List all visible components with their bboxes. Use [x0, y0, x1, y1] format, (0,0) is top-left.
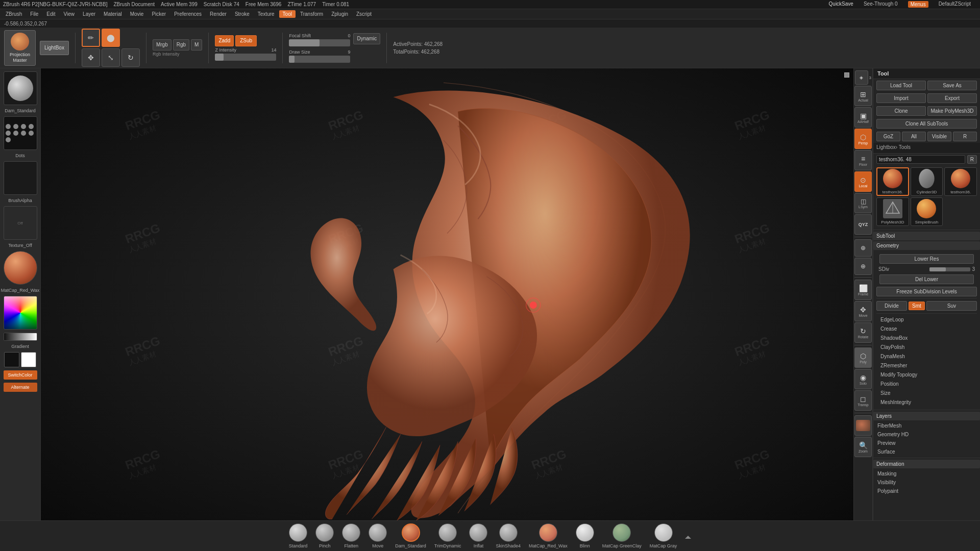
texture-preview[interactable]: Off [4, 206, 37, 240]
suv-btn[interactable]: Suv [926, 301, 977, 311]
menu-picker[interactable]: Picker [148, 10, 169, 18]
aahalf-btn[interactable]: ▣ AAHalf [854, 107, 872, 128]
tool-name-input[interactable] [876, 155, 965, 164]
projection-master-btn[interactable]: ProjectionMaster [4, 30, 36, 66]
freeze-subdiv-btn[interactable]: Freeze SubDivision Levels [876, 287, 977, 296]
menu-texture[interactable]: Texture [254, 10, 278, 18]
bottom-tool-flatten[interactable]: Flatten [342, 523, 360, 548]
focal-shift-slider[interactable] [289, 39, 350, 46]
bottom-tool-blinn[interactable]: Blinn [576, 523, 594, 548]
zoom-btn[interactable]: 🔍 Zoom [854, 437, 872, 457]
scale-btn[interactable]: ⤡ [102, 48, 120, 67]
bottom-tool-standard[interactable]: Standard [289, 523, 308, 548]
menu-preferences[interactable]: Preferences [170, 10, 205, 18]
surface-item[interactable]: Surface [873, 447, 980, 456]
model-viewport[interactable] [41, 68, 853, 520]
clone-btn[interactable]: Clone [876, 106, 926, 116]
save-as-btn[interactable]: Save As [927, 81, 977, 90]
bottom-tool-dam-standard[interactable]: Dam_Standard [395, 523, 426, 548]
bottom-tool-matcap-gray[interactable]: MatCap Gray [650, 523, 677, 548]
quicksave-btn[interactable]: QuickSave [829, 1, 853, 8]
canvas-area[interactable]: RRCG人人素材 RRCG人人素材 RRCG人人素材 RRCG人人素材 RRCG… [41, 68, 853, 520]
draw-size-slider[interactable] [289, 56, 350, 63]
geometry-header[interactable]: Geometry [873, 241, 980, 250]
zadd-btn[interactable]: Zadd [215, 35, 234, 46]
solo-btn[interactable]: ◉ Solo [854, 369, 872, 389]
bottom-tool-trimdynamic[interactable]: TrimDynamic [434, 523, 461, 548]
switch-color-btn[interactable]: SwitchColor [4, 370, 37, 380]
dynamic-btn[interactable]: Dynamic [353, 33, 380, 44]
shadowbox-item[interactable]: ShadowBox [876, 334, 977, 342]
crease-item[interactable]: Crease [876, 324, 977, 333]
meshintegrity-item[interactable]: MeshIntegrity [876, 398, 977, 407]
load-tool-btn[interactable]: Load Tool [876, 81, 926, 90]
menus-btn[interactable]: Menus [908, 1, 928, 8]
menu-view[interactable]: View [60, 10, 79, 18]
brush-preview[interactable] [4, 71, 37, 105]
sym-btn[interactable]: ◫ LSym [854, 193, 872, 213]
deformation-header[interactable]: Deformation [873, 460, 980, 468]
subtool-header[interactable]: SubTool [873, 232, 980, 240]
rgb-btn[interactable]: Rgb [173, 39, 189, 51]
menu-edit[interactable]: Edit [43, 10, 59, 18]
canvas-handle[interactable] [844, 72, 849, 78]
actual-btn[interactable]: ⊞ Actual [854, 86, 872, 106]
lightbox-btn[interactable]: LightBox [40, 41, 69, 55]
bottom-tool-pinch[interactable]: Pinch [315, 523, 334, 548]
default-zscript-btn[interactable]: DefaultZScript [939, 1, 971, 8]
visible-btn[interactable]: Visible [927, 132, 951, 141]
move-btn[interactable]: ✥ [82, 48, 100, 67]
menu-zplugin[interactable]: Zplugin [328, 10, 352, 18]
qyz-btn[interactable]: QYZ [854, 214, 872, 235]
alternate-btn[interactable]: Alternate [4, 383, 37, 392]
edgeloop-item[interactable]: EdgeLoop [876, 315, 977, 324]
see-through-btn[interactable]: See-Through 0 [864, 1, 898, 8]
fibermesh-item[interactable]: FiberMesh [873, 421, 980, 430]
size-item[interactable]: Size [876, 389, 977, 397]
z-intensity-slider[interactable] [215, 54, 276, 61]
sdiv-slider[interactable] [929, 267, 970, 271]
geometry-hd-item[interactable]: Geometry HD [873, 430, 980, 439]
alpha-preview[interactable] [4, 116, 37, 150]
zsphere-btn[interactable]: ZSub [235, 35, 257, 46]
export-btn[interactable]: Export [927, 93, 977, 103]
smt-btn[interactable]: Smt [909, 302, 925, 310]
spix-icon-btn[interactable]: ◈ [855, 70, 868, 85]
draw-btn[interactable]: ⬤ [102, 29, 120, 47]
floor-btn[interactable]: ≡ Floor [854, 150, 872, 170]
zremesher-item[interactable]: ZRemesher [876, 361, 977, 370]
local-btn[interactable]: ⊙ Local [854, 171, 872, 192]
matcap-preview[interactable] [4, 251, 37, 285]
menu-movie[interactable]: Movie [127, 10, 148, 18]
divide-btn[interactable]: Divide [876, 301, 907, 311]
frame-btn[interactable]: ⬜ Frame [854, 280, 872, 300]
make-polymesh-btn[interactable]: Make PolyMesh3D [927, 106, 977, 116]
menu-render[interactable]: Render [206, 10, 230, 18]
nav1-btn[interactable]: ⊕ [854, 239, 872, 257]
modify-topology-item[interactable]: Modify Topology [876, 370, 977, 379]
tool-thumb-cylinder[interactable]: Cylinder3D [911, 167, 943, 196]
persp-btn[interactable]: ⬡ Persp [854, 129, 872, 149]
nav2-btn[interactable]: ⊕ [854, 258, 872, 275]
menu-stroke[interactable]: Stroke [231, 10, 253, 18]
tool-r-btn[interactable]: R [967, 155, 977, 164]
claypolish-item[interactable]: ClayPolish [876, 343, 977, 352]
menu-zscript[interactable]: Zscript [353, 10, 375, 18]
position-item[interactable]: Position [876, 380, 977, 388]
masking-item[interactable]: Masking [873, 469, 980, 478]
del-lower-btn[interactable]: Del Lower [879, 274, 974, 284]
transp-btn[interactable]: ◻ Transp [854, 390, 872, 411]
gradient-preview[interactable] [4, 333, 37, 341]
tool-thumb-testhorn2[interactable]: testhorn36. [944, 167, 977, 196]
mrgb-btn[interactable]: Mrgb [153, 39, 172, 51]
import-btn[interactable]: Import [876, 93, 926, 103]
dynamesh-item[interactable]: DynaMesh [876, 352, 977, 361]
brush-alpha-preview[interactable] [4, 161, 37, 195]
goz-btn[interactable]: GoZ [876, 132, 900, 141]
bottom-tool-move[interactable]: Move [369, 523, 387, 548]
menu-layer[interactable]: Layer [79, 10, 99, 18]
menu-file[interactable]: File [27, 10, 42, 18]
rotate-icon-btn[interactable]: ↻ Rotate [854, 322, 872, 343]
tool-thumb-testhorn[interactable]: testhorn36. [876, 167, 909, 196]
rotate-btn[interactable]: ↻ [121, 48, 140, 67]
